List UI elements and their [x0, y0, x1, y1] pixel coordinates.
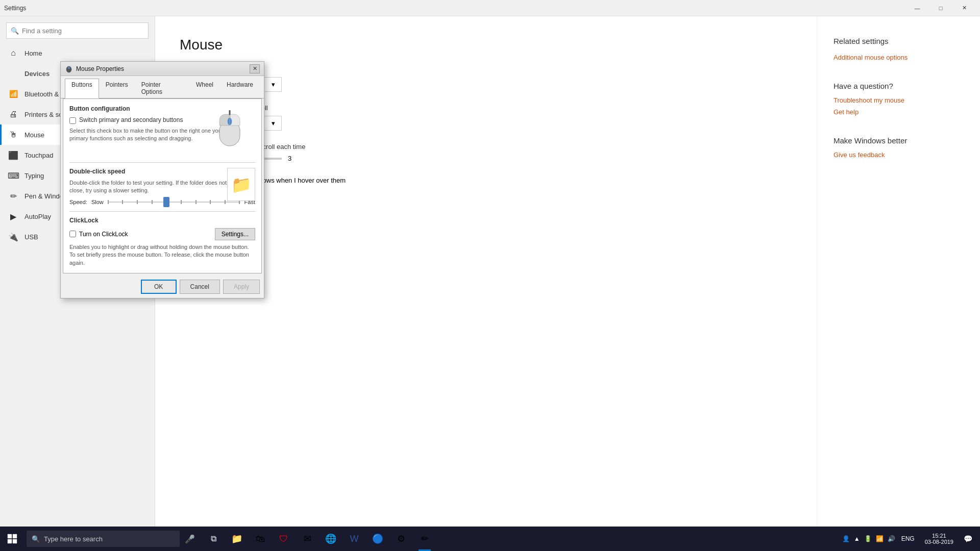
dialog-mouse-icon	[65, 65, 73, 73]
chrome-button[interactable]: 🔵	[366, 527, 389, 551]
notification-icon: 💬	[964, 535, 972, 543]
scroll-lines-label: Choose how many lines to scroll each tim…	[180, 143, 792, 151]
file-explorer-icon: 📁	[231, 533, 242, 544]
clicklock-section: ClickLock Turn on ClickLock Settings... …	[69, 217, 255, 267]
svg-rect-10	[13, 539, 17, 543]
title-controls: — □ ✕	[905, 0, 976, 16]
chrome-icon: 🔵	[372, 533, 383, 544]
additional-options-link[interactable]: Additional mouse options	[834, 54, 964, 61]
home-icon: ⌂	[8, 48, 18, 58]
people-icon[interactable]: 👤	[842, 535, 850, 542]
battery-icon: 🔋	[864, 535, 872, 542]
autoplay-icon: ▶	[8, 211, 18, 221]
store-icon: 🛍	[256, 534, 265, 544]
divider-1	[69, 162, 255, 163]
troubleshoot-link[interactable]: Troubleshoot my mouse	[834, 96, 964, 104]
mouse-svg	[214, 110, 245, 151]
stylus-button[interactable]: ✏	[413, 527, 436, 551]
tab-buttons[interactable]: Buttons	[65, 79, 99, 98]
sidebar-item-label: Pen & Windo	[24, 192, 63, 200]
taskbar-apps: ⧉ 📁 🛍 🛡 ✉ 🌐 W 🔵 ⚙ ✏	[202, 527, 436, 551]
tab-hardware[interactable]: Hardware	[220, 79, 260, 98]
sidebar-item-label: Bluetooth &	[24, 90, 59, 98]
tab-pointer-options[interactable]: Pointer Options	[135, 79, 189, 98]
gear-icon: ⚙	[397, 533, 405, 544]
language-indicator: ENG	[901, 535, 915, 542]
taskbar-search[interactable]: 🔍 Type here to search	[27, 531, 180, 547]
clicklock-row: Turn on ClickLock Settings...	[69, 228, 255, 240]
task-view-button[interactable]: ⧉	[202, 527, 225, 551]
volume-icon: 🔊	[888, 535, 895, 542]
microphone-icon: 🎤	[185, 534, 195, 544]
search-input[interactable]	[22, 27, 144, 35]
inactive-scroll-section: Scroll inactive windows when I hover ove…	[180, 174, 792, 186]
mouse-illustration	[214, 110, 245, 151]
switch-buttons-checkbox[interactable]	[69, 117, 76, 124]
bluetooth-icon: 📶	[8, 89, 18, 99]
clock[interactable]: 15:21 03-08-2019	[921, 533, 958, 545]
dialog-title: Mouse Properties	[76, 65, 250, 72]
clicklock-checkbox[interactable]	[69, 231, 76, 237]
right-panel: Related settings Additional mouse option…	[817, 16, 980, 527]
dialog-close-button[interactable]: ✕	[250, 64, 260, 73]
make-better-title: Make Windows better	[834, 136, 964, 145]
page-title: Mouse	[180, 37, 792, 53]
sidebar-search[interactable]: 🔍	[6, 22, 149, 39]
notification-center-button[interactable]: 💬	[960, 527, 976, 551]
start-button[interactable]	[0, 527, 24, 551]
mail-button[interactable]: ✉	[296, 527, 318, 551]
cancel-button[interactable]: Cancel	[180, 280, 220, 294]
mouse-properties-dialog: Mouse Properties ✕ Buttons Pointers Poin…	[60, 61, 264, 298]
have-question-title: Have a question?	[834, 82, 964, 90]
chevron-down-icon: ▾	[272, 119, 275, 127]
minimize-button[interactable]: —	[905, 0, 929, 16]
settings-button[interactable]: ⚙	[390, 527, 412, 551]
get-help-link[interactable]: Get help	[834, 108, 964, 116]
clock-time: 15:21	[932, 533, 946, 539]
typing-icon: ⌨	[8, 170, 18, 181]
tab-wheel[interactable]: Wheel	[189, 79, 220, 98]
edge-button[interactable]: 🌐	[320, 527, 342, 551]
word-icon: W	[350, 534, 359, 544]
primary-button-label: Select your primary button	[180, 65, 792, 73]
sidebar-item-label: Typing	[24, 172, 44, 180]
folder-icon: 📁	[231, 175, 252, 194]
file-explorer-button[interactable]: 📁	[226, 527, 248, 551]
sidebar-item-home[interactable]: ⌂ Home	[0, 43, 155, 63]
microphone-button[interactable]: 🎤	[182, 531, 198, 547]
task-view-icon: ⧉	[211, 534, 216, 543]
svg-rect-9	[8, 539, 12, 543]
have-question-section: Have a question? Troubleshoot my mouse G…	[834, 82, 964, 116]
slow-label: Slow	[91, 199, 104, 205]
expand-tray-button[interactable]: ▲	[854, 535, 860, 542]
mcafee-button[interactable]: 🛡	[273, 527, 295, 551]
svg-rect-8	[13, 534, 17, 538]
taskbar: 🔍 Type here to search 🎤 ⧉ 📁 🛍 🛡 ✉ 🌐 W 🔵	[0, 527, 980, 551]
feedback-link[interactable]: Give us feedback	[834, 151, 964, 159]
system-tray: 👤 ▲ 🔋 📶 🔊	[842, 535, 895, 542]
chevron-down-icon: ▾	[272, 81, 275, 88]
make-better-section: Make Windows better Give us feedback	[834, 136, 964, 159]
speed-thumb[interactable]	[163, 197, 169, 207]
search-icon: 🔍	[11, 27, 19, 35]
tab-pointers[interactable]: Pointers	[99, 79, 135, 98]
mouse-icon: 🖱	[8, 130, 18, 140]
ok-button[interactable]: OK	[141, 280, 177, 294]
edge-icon: 🌐	[325, 533, 336, 544]
clicklock-settings-button[interactable]: Settings...	[215, 228, 255, 240]
store-button[interactable]: 🛍	[249, 527, 272, 551]
scroll-section: Roll the mouse wheel to scroll Multiple …	[180, 104, 792, 131]
clock-date: 03-08-2019	[925, 539, 953, 545]
scroll-lines-section: Choose how many lines to scroll each tim…	[180, 143, 792, 162]
word-button[interactable]: W	[343, 527, 365, 551]
apply-button[interactable]: Apply	[223, 280, 260, 294]
dialog-tabs: Buttons Pointers Pointer Options Wheel H…	[61, 76, 264, 98]
divider-2	[69, 211, 255, 212]
taskbar-search-text: Type here to search	[44, 535, 103, 543]
maximize-button[interactable]: □	[929, 0, 952, 16]
primary-button-section: Select your primary button Left ▾	[180, 65, 792, 92]
folder-preview[interactable]: 📁	[227, 168, 255, 201]
close-button[interactable]: ✕	[952, 0, 976, 16]
dialog-titlebar: Mouse Properties ✕	[61, 62, 264, 76]
printers-icon: 🖨	[8, 109, 18, 119]
